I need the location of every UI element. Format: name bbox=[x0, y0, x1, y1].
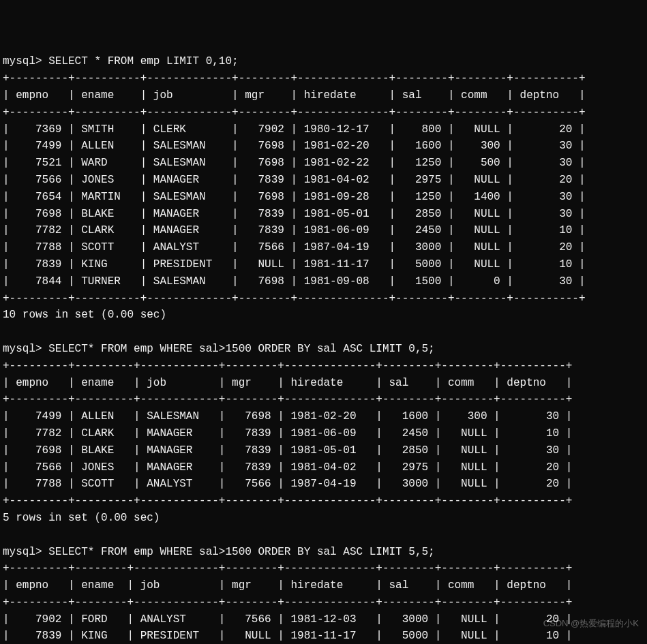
terminal-output: mysql> SELECT * FROM emp LIMIT 0,10; +--… bbox=[3, 53, 644, 644]
watermark: CSDN @热爱编程的小K bbox=[543, 617, 639, 630]
